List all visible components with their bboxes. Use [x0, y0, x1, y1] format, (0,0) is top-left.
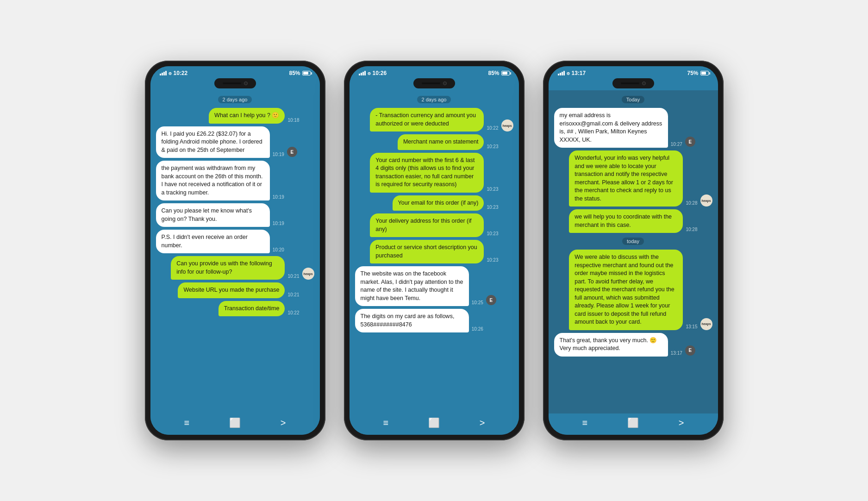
camera-dot	[443, 81, 447, 85]
user-avatar-e: E	[685, 137, 695, 147]
menu-icon[interactable]: ≡	[184, 418, 189, 428]
sent-bubble: Website URL you made the purchase	[178, 282, 285, 298]
message-time: 10:23	[487, 144, 498, 149]
message-time: 10:19	[273, 152, 284, 157]
received-bubble: P.S. I didn't even receive an order numb…	[156, 230, 270, 253]
message-time: 10:23	[487, 231, 498, 236]
sent-bubble: Merchant name on statement	[398, 134, 484, 150]
message-time: 10:28	[686, 200, 697, 206]
home-icon[interactable]: ⬜	[627, 417, 639, 428]
user-avatar-e: E	[486, 295, 496, 305]
back-icon[interactable]: >	[480, 418, 485, 428]
status-right: 85%	[289, 70, 310, 76]
message-time: 10:22	[287, 310, 299, 315]
wifi-icon: ⌾	[567, 70, 570, 76]
chat-area[interactable]: 2 days agoheaps10:22- Transaction curren…	[350, 90, 519, 413]
battery-icon	[501, 71, 510, 75]
received-bubble: The digits on my card are as follows, 53…	[355, 309, 469, 332]
sent-bubble: Can you provide us with the following in…	[171, 256, 285, 280]
sent-bubble: we will help you to coordinate with the …	[569, 209, 683, 233]
sent-message-row: heaps10:21Can you provide us with the fo…	[156, 256, 314, 280]
received-message-row: P.S. I didn't even receive an order numb…	[156, 230, 314, 253]
message-time: 10:23	[487, 187, 498, 192]
status-time: 13:17	[572, 70, 586, 76]
heaps-avatar: heaps	[700, 194, 712, 207]
home-icon[interactable]: ⬜	[428, 417, 440, 428]
phone-2: ⌾10:2685%2 days agoheaps10:22- Transacti…	[344, 61, 525, 440]
camera-dot	[244, 81, 248, 85]
chat-date-label: 2 days ago	[417, 96, 451, 103]
battery-percent: 85%	[488, 70, 499, 76]
received-message-row: That's great, thank you very much. 🙂 Ver…	[554, 333, 712, 357]
sent-message-row: heaps13:15We were able to discuss with t…	[554, 250, 712, 330]
status-time: 10:22	[174, 70, 188, 76]
received-bubble: Hi. I paid you £26.22 ($32.07) for a fol…	[156, 126, 270, 158]
chat-area[interactable]: Todaymy email address is erisoxxx@gmail.…	[549, 90, 718, 413]
message-time: 10:25	[472, 300, 483, 305]
sent-bubble: Transaction date/time	[219, 301, 285, 317]
heaps-avatar: heaps	[700, 318, 712, 330]
sent-bubble: Your delivery address for this order (if…	[370, 213, 484, 237]
message-time: 10:21	[287, 274, 299, 279]
message-time: 10:19	[273, 221, 284, 226]
sent-message-row: 10:23Merchant name on statement	[355, 134, 513, 150]
phones-container: ⌾10:2285%2 days ago10:18What can I help …	[145, 61, 724, 440]
status-right: 85%	[488, 70, 509, 76]
speaker-grill	[621, 82, 639, 84]
status-left: ⌾13:17	[558, 70, 586, 76]
message-time: 10:28	[686, 227, 697, 232]
sent-message-row: heaps10:22- Transaction currency and amo…	[355, 108, 513, 132]
sent-message-row: 10:23Your email for this order (if any)	[355, 195, 513, 211]
menu-icon[interactable]: ≡	[383, 418, 388, 428]
message-time: 10:22	[487, 125, 498, 131]
battery-percent: 85%	[289, 70, 300, 76]
user-avatar-e: E	[287, 147, 297, 157]
bottom-nav: ≡⬜>	[150, 413, 320, 435]
home-icon[interactable]: ⬜	[229, 417, 241, 428]
back-icon[interactable]: >	[679, 418, 684, 428]
message-time: 10:23	[487, 257, 498, 263]
received-message-row: The digits on my card are as follows, 53…	[355, 309, 513, 332]
message-time: 10:18	[287, 118, 299, 123]
sent-message-row: 10:22Transaction date/time	[156, 301, 314, 317]
back-icon[interactable]: >	[281, 418, 286, 428]
received-bubble: That's great, thank you very much. 🙂 Ver…	[554, 333, 668, 357]
received-bubble: Can you please let me know what's going …	[156, 203, 270, 227]
battery-icon	[700, 71, 709, 75]
message-time: 13:15	[686, 324, 697, 329]
received-message-row: Can you please let me know what's going …	[156, 203, 314, 227]
battery-percent: 75%	[687, 70, 698, 76]
heaps-avatar: heaps	[501, 119, 513, 132]
wifi-icon: ⌾	[169, 70, 172, 76]
received-bubble: The website was on the facebook market. …	[355, 266, 469, 306]
speaker-grill	[223, 82, 241, 84]
received-message-row: the payment was withdrawn from my bank a…	[156, 161, 314, 200]
received-bubble: my email address is erisoxxx@gmail.com &…	[554, 108, 668, 148]
message-time: 10:20	[273, 247, 284, 252]
sent-message-row: 10:23Product or service short descriptio…	[355, 240, 513, 263]
status-left: ⌾10:22	[160, 70, 188, 76]
battery-icon	[302, 71, 311, 75]
status-time: 10:26	[373, 70, 387, 76]
chat-date-label: Today	[622, 96, 644, 103]
sent-bubble: Your card number with the first 6 & last…	[370, 153, 484, 193]
message-time: 10:23	[487, 205, 498, 210]
received-message-row: my email address is erisoxxx@gmail.com &…	[554, 108, 712, 148]
bottom-nav: ≡⬜>	[549, 413, 718, 435]
sent-message-row: heaps10:28Wonderful, your info was very …	[554, 150, 712, 207]
message-time: 10:27	[671, 142, 682, 147]
sent-bubble: Product or service short description you…	[370, 240, 484, 263]
bottom-nav: ≡⬜>	[350, 413, 519, 435]
message-time: 10:26	[472, 326, 483, 332]
sent-message-row: 10:21Website URL you made the purchase	[156, 282, 314, 298]
heaps-avatar: heaps	[302, 268, 314, 280]
sent-bubble: Your email for this order (if any)	[393, 195, 484, 211]
sent-bubble: - Transaction currency and amount you au…	[370, 108, 484, 132]
sent-message-row: 10:23Your delivery address for this orde…	[355, 213, 513, 237]
phone-3: ⌾13:1775%Todaymy email address is erisox…	[543, 61, 724, 440]
menu-icon[interactable]: ≡	[582, 418, 587, 428]
chat-area[interactable]: 2 days ago10:18What can I help you ? 🙂Hi…	[150, 90, 320, 413]
received-message-row: The website was on the facebook market. …	[355, 266, 513, 306]
sent-bubble: Wonderful, your info was very helpful an…	[569, 150, 683, 207]
sent-bubble: We were able to discuss with the respect…	[569, 250, 683, 330]
